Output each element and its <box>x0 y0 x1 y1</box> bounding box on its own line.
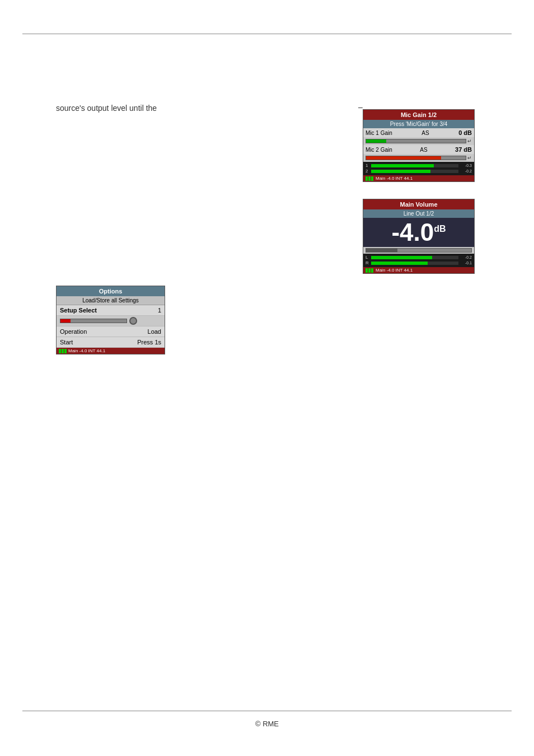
vol-meter-r-value: -0.1 <box>460 261 472 265</box>
body-text: source's output level until the <box>56 104 157 113</box>
vol-status-block-2 <box>368 268 371 273</box>
mic2-row: Mic 2 Gain AS 37 dB <box>363 145 474 154</box>
main-volume-title: Main Volume <box>363 199 474 209</box>
vol-meter-r-label: R <box>366 260 370 265</box>
mic2-slider-row: ↵ <box>363 154 474 162</box>
mic-meter-row-2: 2 -0.2 <box>366 169 472 174</box>
mic1-label: Mic 1 Gain <box>366 130 392 136</box>
volume-slider-track[interactable] <box>366 248 472 253</box>
mic-gain-status-bar: Main -4.0 INT 44.1 <box>363 175 474 181</box>
main-volume-subtitle: Line Out 1/2 <box>363 209 474 218</box>
meter2-bar <box>371 170 458 173</box>
opt-status-block-3 <box>64 349 67 353</box>
options-subtitle: Load/Store all Settings <box>57 296 165 305</box>
vol-status-block-3 <box>371 268 373 273</box>
meter1-label: 1 <box>366 163 370 168</box>
setup-slider-row <box>57 316 165 326</box>
setup-slider-fill <box>60 319 71 323</box>
options-title: Options <box>57 286 165 296</box>
mic-gain-subtitle: Press 'Mic/Gain' for 3/4 <box>363 120 474 128</box>
vol-meter-l-fill <box>371 256 432 259</box>
mic2-value: 37 dB <box>455 146 472 153</box>
mic1-arrow: ↵ <box>467 138 472 144</box>
mic-gain-status-text: Main -4.0 INT 44.1 <box>376 176 413 181</box>
main-volume-panel: Main Volume Line Out 1/2 -4.0dB L -0.2 R… <box>363 199 475 274</box>
volume-number-value: -4.0 <box>391 218 434 246</box>
start-row: Start Press 1s <box>57 337 165 348</box>
mic-status-blocks <box>366 176 373 181</box>
setup-dial[interactable] <box>129 317 137 325</box>
meter1-fill <box>371 164 434 167</box>
options-status-text: Main -4.0 INT 44.1 <box>68 348 105 353</box>
vol-meter-row-l: L -0.2 <box>366 255 472 260</box>
footer-copyright: © RME <box>255 720 279 728</box>
mic1-mode: AS <box>421 130 429 136</box>
mic2-label: Mic 2 Gain <box>366 147 392 153</box>
meter1-value: -0.3 <box>460 164 472 167</box>
dash-text: – <box>358 102 363 111</box>
opt-status-blocks <box>59 349 67 353</box>
operation-value: Load <box>148 328 161 335</box>
status-block-2 <box>368 176 371 181</box>
volume-slider-row <box>363 247 474 254</box>
top-divider <box>22 34 512 34</box>
start-value: Press 1s <box>137 339 161 346</box>
mic2-mode: AS <box>420 147 427 153</box>
volume-db-suffix: dB <box>434 224 446 234</box>
setup-select-row: Setup Select 1 <box>57 305 165 316</box>
vol-status-blocks <box>366 268 373 273</box>
vol-meter-row-r: R -0.1 <box>366 260 472 265</box>
mic-gain-title: Mic Gain 1/2 <box>363 110 474 120</box>
status-block-3 <box>371 176 373 181</box>
mic1-slider-track[interactable] <box>366 139 466 143</box>
setup-slider-track[interactable] <box>60 319 127 323</box>
meter1-bar <box>371 164 458 167</box>
main-volume-status-bar: Main -4.0 INT 44.1 <box>363 267 474 273</box>
mic2-slider-fill <box>366 156 441 160</box>
mic-meter-section: 1 -0.3 2 -0.2 <box>363 162 474 175</box>
operation-row: Operation Load <box>57 326 165 337</box>
volume-slider-fill <box>366 249 397 252</box>
mic1-slider-fill <box>366 139 386 143</box>
volume-number: -4.0dB <box>391 218 446 246</box>
setup-select-label: Setup Select <box>60 307 97 314</box>
vol-status-block-1 <box>366 268 368 273</box>
meter2-value: -0.2 <box>460 169 472 173</box>
mic-gain-panel: Mic Gain 1/2 Press 'Mic/Gain' for 3/4 Mi… <box>363 109 475 182</box>
vol-meter-l-value: -0.2 <box>460 255 472 259</box>
volume-display-area: -4.0dB <box>363 218 474 247</box>
options-panel: Options Load/Store all Settings Setup Se… <box>56 286 165 354</box>
vol-meter-r-fill <box>371 262 428 265</box>
vol-meter-r-bar <box>371 262 458 265</box>
main-volume-status-text: Main -4.0 INT 44.1 <box>376 268 413 273</box>
mic2-slider-track[interactable] <box>366 156 466 160</box>
mic1-row: Mic 1 Gain AS 0 dB <box>363 128 474 137</box>
mic1-slider-row: ↵ <box>363 137 474 145</box>
status-block-1 <box>366 176 368 181</box>
options-status-bar: Main -4.0 INT 44.1 <box>57 348 165 354</box>
volume-meter-section: L -0.2 R -0.1 <box>363 254 474 267</box>
setup-select-value: 1 <box>158 307 161 314</box>
opt-status-block-1 <box>59 349 61 353</box>
start-label: Start <box>60 339 73 346</box>
opt-status-block-2 <box>62 349 64 353</box>
operation-label: Operation <box>60 328 87 335</box>
bottom-divider <box>22 711 512 711</box>
vol-meter-l-label: L <box>366 255 370 260</box>
mic1-value: 0 dB <box>458 129 472 136</box>
mic2-arrow: ↵ <box>467 155 472 161</box>
meter2-label: 2 <box>366 169 370 174</box>
mic-meter-row-1: 1 -0.3 <box>366 163 472 168</box>
meter2-fill <box>371 170 430 173</box>
vol-meter-l-bar <box>371 256 458 259</box>
